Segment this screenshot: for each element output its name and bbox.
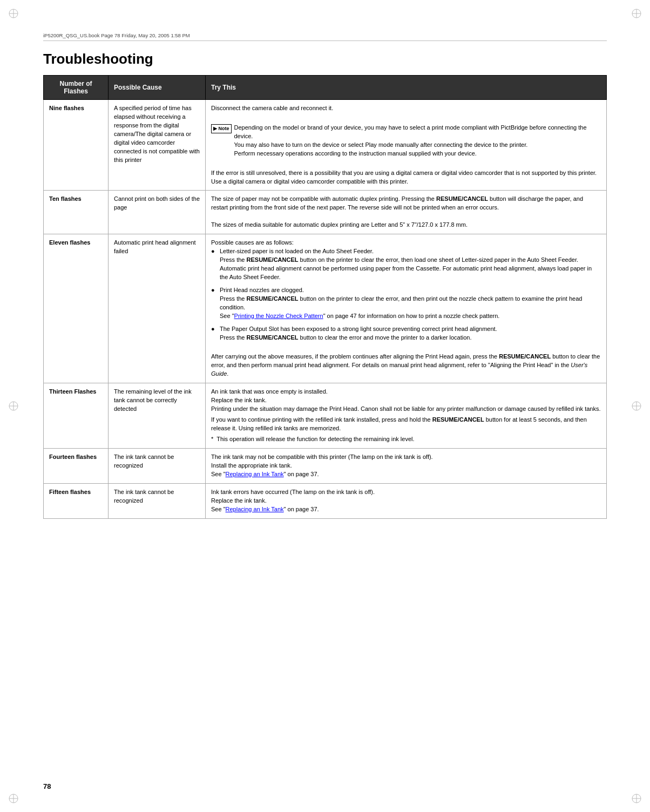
flashes-ten: Ten flashes [44,191,109,234]
cause-eleven: Automatic print head alignment failed [109,234,206,383]
cause-thirteen: The remaining level of the ink tank cann… [109,383,206,449]
try-eleven: Possible causes are as follows: Letter-s… [206,234,607,383]
crosshair-bottom-right [631,793,642,804]
header-info: iP5200R_QSG_US.book Page 78 Friday, May … [43,32,607,41]
table-row: Eleven flashes Automatic print head alig… [44,234,607,383]
list-item: Print Head nozzles are clogged. Press th… [211,286,601,321]
note-text: Depending on the model or brand of your … [234,124,601,158]
causes-list: Letter-sized paper is not loaded on the … [211,247,601,342]
header-flashes: Number ofFlashes [44,76,109,100]
star-note: * This operation will release the functi… [211,435,601,444]
table-row: Nine flashes A specified period of time … [44,100,607,191]
try-nine: Disconnect the camera cable and reconnec… [206,100,607,191]
try-ten: The size of paper may not be compatible … [206,191,607,234]
flashes-thirteen: Thirteen Flashes [44,383,109,449]
try-thirteen: An ink tank that was once empty is insta… [206,383,607,449]
flashes-eleven: Eleven flashes [44,234,109,383]
flashes-fourteen: Fourteen flashes [44,448,109,483]
crosshair-top-right [631,8,642,19]
header-cause: Possible Cause [109,76,206,100]
page-title: Troubleshooting [43,51,607,67]
troubleshooting-table: Number ofFlashes Possible Cause Try This… [43,75,607,519]
cause-fourteen: The ink tank cannot be recognized [109,448,206,483]
crosshair-bottom-left [8,793,19,804]
list-item: Letter-sized paper is not loaded on the … [211,247,601,282]
nine-para2: If the error is still unresolved, there … [211,169,601,186]
cause-ten: Cannot print on both sides of the page [109,191,206,234]
table-header-row: Number ofFlashes Possible Cause Try This [44,76,607,100]
cause-fifteen: The ink tank cannot be recognized [109,483,206,518]
table-row: Fourteen flashes The ink tank cannot be … [44,448,607,483]
star-note-text: This operation will release the function… [216,435,414,444]
try-fifteen: Ink tank errors have occurred (The lamp … [206,483,607,518]
crosshair-top-left [8,8,19,19]
note-icon: ▶ Note [211,124,232,133]
star-symbol: * [211,435,213,444]
page-number: 78 [43,782,51,790]
cause-nine: A specified period of time has elapsed w… [109,100,206,191]
try-fourteen: The ink tank may not be compatible with … [206,448,607,483]
page-content: iP5200R_QSG_US.book Page 78 Friday, May … [0,0,650,562]
table-row: Ten flashes Cannot print on both sides o… [44,191,607,234]
table-row: Thirteen Flashes The remaining level of … [44,383,607,449]
flashes-fifteen: Fifteen flashes [44,483,109,518]
crosshair-mid-right [631,401,642,411]
flashes-nine: Nine flashes [44,100,109,191]
header-try-this: Try This [206,76,607,100]
table-row: Fifteen flashes The ink tank cannot be r… [44,483,607,518]
note-box: ▶ Note Depending on the model or brand o… [211,124,601,158]
crosshair-mid-left [8,401,19,411]
list-item: The Paper Output Slot has been exposed t… [211,325,601,342]
